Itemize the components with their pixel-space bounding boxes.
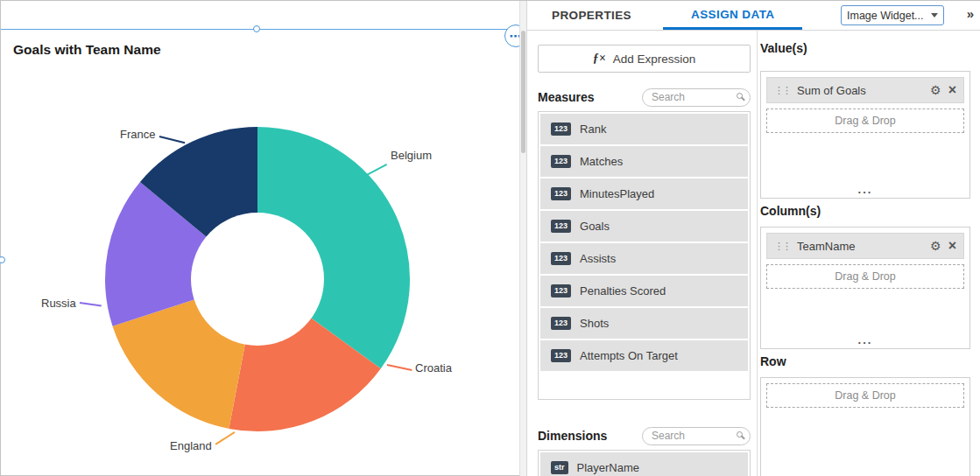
pie-label-croatia: Croatia xyxy=(415,361,452,374)
panel-header: PROPERTIES ASSIGN DATA Image Widget... » xyxy=(527,1,980,31)
settings-panel: PROPERTIES ASSIGN DATA Image Widget... »… xyxy=(526,1,980,476)
widget-type-dropdown[interactable]: Image Widget... xyxy=(841,5,944,25)
numeric-type-icon: 123 xyxy=(551,122,571,136)
fx-icon: ƒ× xyxy=(593,52,606,66)
dimension-item-playername[interactable]: str PlayerName xyxy=(540,452,748,476)
design-canvas[interactable]: ⋯ Goals with Team Name France Belgium Cr… xyxy=(1,1,519,475)
pie-label-france: France xyxy=(120,128,155,141)
widget-type-value: Image Widget... xyxy=(847,10,927,22)
columns-dropzone-box[interactable]: ⋮⋮ TeamName ⚙ × Drag & Drop ... xyxy=(760,227,970,349)
add-expression-button[interactable]: ƒ× Add Expression xyxy=(538,45,751,73)
numeric-type-icon: 123 xyxy=(551,187,571,200)
canvas-scrollbar[interactable] xyxy=(519,1,526,476)
measure-item-minutesplayed[interactable]: 123 MinutesPlayed xyxy=(540,178,748,209)
numeric-type-icon: 123 xyxy=(551,220,571,233)
tab-properties[interactable]: PROPERTIES xyxy=(545,1,638,30)
pie-label-england: England xyxy=(170,439,212,452)
close-icon[interactable]: × xyxy=(948,239,956,253)
bindings-column: Value(s) ⋮⋮ Sum of Goals ⚙ × Drag & Drop… xyxy=(760,31,970,476)
measure-item-assists[interactable]: 123 Assists xyxy=(540,243,748,274)
numeric-type-icon: 123 xyxy=(551,317,571,330)
columns-more-options-icon[interactable]: ... xyxy=(761,334,969,346)
values-section-title: Value(s) xyxy=(760,41,970,57)
column-divider xyxy=(757,31,758,476)
values-drag-drop-area[interactable]: Drag & Drop xyxy=(766,108,964,133)
tab-assign-data[interactable]: ASSIGN DATA xyxy=(663,1,802,30)
measures-title: Measures xyxy=(538,90,595,104)
numeric-type-icon: 123 xyxy=(551,349,571,362)
dashboard-designer: ⋯ Goals with Team Name France Belgium Cr… xyxy=(0,0,980,476)
dimensions-search xyxy=(642,427,751,445)
close-icon[interactable]: × xyxy=(948,83,956,97)
measure-item-penalties-scored[interactable]: 123 Penalties Scored xyxy=(540,276,748,306)
search-icon xyxy=(737,93,743,99)
row-dropzone-box[interactable]: Drag & Drop xyxy=(760,377,970,476)
drag-handle-icon[interactable]: ⋮⋮ xyxy=(774,242,790,251)
measure-item-rank[interactable]: 123 Rank xyxy=(540,114,748,144)
row-drag-drop-area[interactable]: Drag & Drop xyxy=(766,383,964,408)
drag-handle-icon[interactable]: ⋮⋮ xyxy=(774,86,790,95)
values-dropzone-box[interactable]: ⋮⋮ Sum of Goals ⚙ × Drag & Drop ... xyxy=(760,71,970,199)
measure-item-attempts-on-target[interactable]: 123 Attempts On Target xyxy=(540,340,748,371)
pie-label-belgium: Belgium xyxy=(391,149,432,162)
donut-hole xyxy=(191,213,324,346)
string-type-icon: str xyxy=(551,461,568,474)
measures-search xyxy=(642,88,751,107)
dimensions-title: Dimensions xyxy=(538,429,607,443)
value-chip-sum-of-goals[interactable]: ⋮⋮ Sum of Goals ⚙ × xyxy=(766,77,964,103)
gear-icon[interactable]: ⚙ xyxy=(930,240,941,252)
donut-chart[interactable] xyxy=(102,123,413,435)
add-expression-label: Add Expression xyxy=(613,52,696,66)
measure-item-goals[interactable]: 123 Goals xyxy=(540,211,748,242)
numeric-type-icon: 123 xyxy=(551,284,571,298)
measure-item-matches[interactable]: 123 Matches xyxy=(540,146,748,177)
measures-search-input[interactable] xyxy=(642,88,751,107)
collapse-panel-icon[interactable]: » xyxy=(967,6,974,21)
columns-section-title: Column(s) xyxy=(760,204,970,220)
pie-connector-russia xyxy=(80,302,102,306)
search-icon xyxy=(737,431,743,438)
row-section-title: Row xyxy=(760,354,970,370)
column-chip-teamname[interactable]: ⋮⋮ TeamName ⚙ × xyxy=(766,233,964,259)
dimensions-search-input[interactable] xyxy=(642,427,751,445)
fields-column: ƒ× Add Expression Measures 123 Rank 123 … xyxy=(538,31,751,476)
numeric-type-icon: 123 xyxy=(551,252,571,265)
measure-item-shots[interactable]: 123 Shots xyxy=(540,308,748,339)
gear-icon[interactable]: ⚙ xyxy=(930,84,941,96)
donut-widget[interactable]: France Belgium Croatia England Russia xyxy=(1,29,519,475)
numeric-type-icon: 123 xyxy=(551,155,571,168)
values-more-options-icon[interactable]: ... xyxy=(761,184,969,195)
pie-label-russia: Russia xyxy=(41,297,76,310)
dimensions-list: str PlayerName xyxy=(538,450,751,476)
measures-list: 123 Rank 123 Matches 123 MinutesPlayed 1… xyxy=(538,111,751,400)
columns-drag-drop-area[interactable]: Drag & Drop xyxy=(766,264,964,289)
scrollbar-thumb[interactable] xyxy=(521,31,525,153)
chevron-down-icon xyxy=(931,13,938,18)
